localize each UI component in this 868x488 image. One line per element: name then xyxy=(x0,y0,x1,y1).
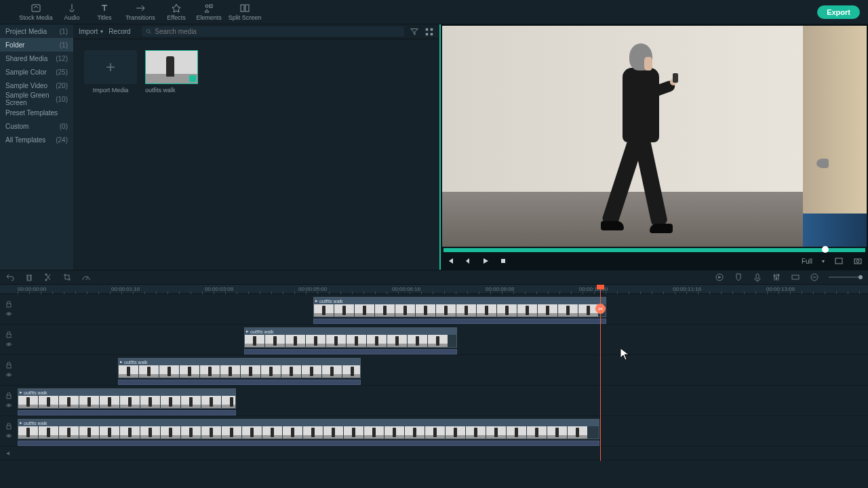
sidebar-item-count: (25) xyxy=(56,68,68,76)
track-body[interactable]: Freeze Frame ▸outfits walk xyxy=(18,416,868,446)
lock-icon[interactable] xyxy=(5,392,12,399)
eye-icon[interactable] xyxy=(5,402,12,409)
search-input[interactable] xyxy=(155,28,400,35)
audio-clip[interactable] xyxy=(118,380,361,385)
audio-clip[interactable] xyxy=(18,410,236,415)
main-area: Project Media(1)Folder(1)Shared Media(12… xyxy=(0,24,868,270)
voiceover-icon[interactable] xyxy=(753,272,762,282)
eye-icon[interactable] xyxy=(5,371,12,378)
tab-titles[interactable]: Titles xyxy=(88,0,121,24)
sidebar-item-6[interactable]: Preset Templates xyxy=(0,106,73,119)
video-clip[interactable]: ▸outfits walk xyxy=(313,297,606,317)
record-dropdown[interactable]: Record xyxy=(108,28,130,35)
lock-icon[interactable] xyxy=(5,362,12,369)
sidebar-item-label: Sample Video xyxy=(5,82,47,89)
aspect-ratio-icon[interactable] xyxy=(834,256,844,266)
sidebar-item-1[interactable]: Folder(1) xyxy=(0,38,73,52)
preview-viewport[interactable] xyxy=(442,26,867,247)
import-dropdown[interactable]: Import ▾ xyxy=(79,28,103,35)
media-thumbnail[interactable]: outfits walk xyxy=(145,50,198,94)
video-clip[interactable]: ▸outfits walk xyxy=(118,358,361,378)
clip-header: ▸outfits walk xyxy=(119,359,360,365)
track-body[interactable]: ▸outfits walk xyxy=(18,294,868,324)
export-button[interactable]: Export xyxy=(817,5,860,19)
track-body[interactable]: ▸outfits walk xyxy=(18,386,868,415)
video-icon: ▸ xyxy=(120,359,123,365)
lock-icon[interactable] xyxy=(5,423,12,430)
speaker-icon[interactable] xyxy=(5,450,12,457)
track-body[interactable]: ▸outfits walk xyxy=(18,355,868,385)
chevron-down-icon: ▾ xyxy=(100,28,103,35)
sidebar-item-3[interactable]: Sample Color(25) xyxy=(0,65,73,79)
tab-transitions[interactable]: Transitions xyxy=(121,0,160,24)
eye-icon[interactable] xyxy=(5,310,12,317)
tab-stock-media[interactable]: Stock Media xyxy=(16,0,56,24)
svg-point-15 xyxy=(45,279,47,281)
zoom-fit-icon[interactable] xyxy=(791,272,800,282)
filter-icon[interactable] xyxy=(410,27,419,37)
stop-button[interactable] xyxy=(499,257,507,265)
video-track-1: ▸outfits walk xyxy=(0,325,868,355)
clip-header: ▸outfits walk xyxy=(18,420,599,426)
playhead[interactable]: ✂ xyxy=(600,285,601,461)
render-icon[interactable] xyxy=(715,272,724,282)
timeline-ruler[interactable]: 00:00:00:0000:00:01:1600:00:03:0800:00:0… xyxy=(0,285,868,294)
thumbnail-label: outfits walk xyxy=(145,87,198,94)
speed-icon[interactable] xyxy=(81,272,91,282)
scrubber-handle[interactable] xyxy=(822,246,829,253)
crop-icon[interactable] xyxy=(62,272,72,282)
sidebar-item-5[interactable]: Sample Green Screen(10) xyxy=(0,92,73,106)
tab-elements[interactable]: Elements xyxy=(193,0,225,24)
video-clip[interactable]: ▸outfits walk xyxy=(244,327,457,348)
marker-icon[interactable] xyxy=(734,272,743,282)
tab-effects[interactable]: Effects xyxy=(160,0,193,24)
track-body[interactable]: ▸outfits walk xyxy=(18,325,868,354)
mixer-icon[interactable] xyxy=(772,272,781,282)
split-icon[interactable] xyxy=(43,272,53,282)
preview-scrubber[interactable] xyxy=(443,248,865,252)
playhead-marker[interactable] xyxy=(597,285,604,289)
video-clip[interactable]: Freeze Frame ▸outfits walk xyxy=(18,419,599,439)
video-track-3: ▸outfits walk xyxy=(0,386,868,416)
ruler-timestamp: 00:00:11:16 xyxy=(673,286,701,292)
sidebar-item-4[interactable]: Sample Video(20) xyxy=(0,79,73,92)
zoom-slider-handle[interactable] xyxy=(859,275,863,279)
sidebar-item-8[interactable]: All Templates(24) xyxy=(0,133,73,146)
play-button[interactable] xyxy=(481,257,490,265)
zoom-out-icon[interactable] xyxy=(810,272,819,282)
sidebar-item-2[interactable]: Shared Media(12) xyxy=(0,52,73,65)
delete-icon[interactable] xyxy=(24,272,34,282)
import-media-tile[interactable]: + xyxy=(84,50,137,84)
check-icon xyxy=(189,75,196,82)
eye-icon[interactable] xyxy=(5,432,12,439)
video-clip[interactable]: ▸outfits walk xyxy=(18,388,236,409)
audio-clip[interactable] xyxy=(244,349,457,354)
sidebar-item-count: (1) xyxy=(60,28,68,35)
playhead-cut-handle[interactable]: ✂ xyxy=(595,304,606,314)
mouse-cursor xyxy=(620,348,629,361)
audio-track[interactable] xyxy=(0,447,868,460)
prev-frame-button[interactable] xyxy=(446,257,454,265)
grid-view-icon[interactable] xyxy=(425,27,434,37)
tab-audio[interactable]: Audio xyxy=(56,0,88,24)
lock-icon[interactable] xyxy=(5,331,12,338)
lock-icon[interactable] xyxy=(5,301,12,308)
step-back-button[interactable] xyxy=(464,257,472,265)
quality-dropdown[interactable]: Full xyxy=(802,258,812,265)
undo-icon[interactable] xyxy=(5,272,15,282)
tab-media[interactable] xyxy=(3,0,16,24)
svg-rect-6 xyxy=(426,28,429,30)
audio-clip[interactable] xyxy=(313,319,606,324)
eye-icon[interactable] xyxy=(5,341,12,348)
sidebar-item-0[interactable]: Project Media(1) xyxy=(0,24,73,38)
zoom-slider[interactable] xyxy=(829,277,863,278)
preview-panel: Full ▾ xyxy=(439,24,868,270)
video-icon: ▸ xyxy=(20,390,22,395)
audio-clip[interactable] xyxy=(18,441,599,446)
sidebar-item-7[interactable]: Custom(0) xyxy=(0,119,73,133)
snapshot-icon[interactable] xyxy=(853,256,863,266)
search-box[interactable] xyxy=(142,26,404,37)
svg-rect-11 xyxy=(835,258,842,264)
svg-point-20 xyxy=(778,274,780,277)
tab-split-screen[interactable]: Split Screen xyxy=(225,0,264,24)
